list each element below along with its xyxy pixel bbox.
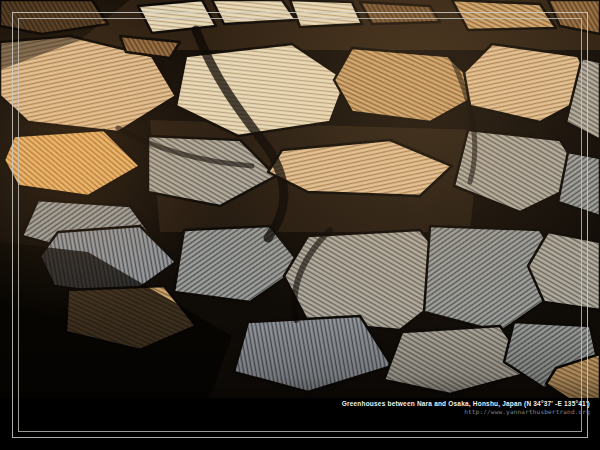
photo-caption: Greenhouses between Nara and Osaka, Hons… <box>342 400 590 415</box>
caption-title: Greenhouses between Nara and Osaka, Hons… <box>342 400 590 407</box>
wallpaper-stage: Greenhouses between Nara and Osaka, Hons… <box>0 0 600 450</box>
aerial-photo-greenhouses <box>0 0 600 450</box>
caption-url: http://www.yannarthusbertrand.org <box>342 408 590 415</box>
